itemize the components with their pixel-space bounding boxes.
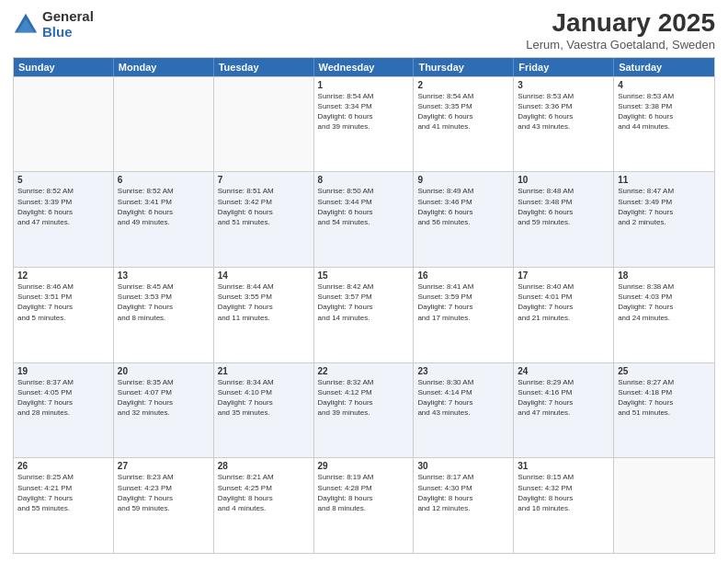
calendar-cell: 29Sunrise: 8:19 AM Sunset: 4:28 PM Dayli…: [314, 458, 415, 553]
day-number: 5: [17, 175, 109, 185]
day-number: 29: [318, 461, 410, 471]
logo-icon: [13, 12, 39, 38]
day-number: 22: [318, 366, 410, 376]
calendar-cell: [614, 458, 714, 553]
day-info: Sunrise: 8:23 AM Sunset: 4:23 PM Dayligh…: [118, 472, 210, 513]
calendar-cell: 22Sunrise: 8:32 AM Sunset: 4:12 PM Dayli…: [314, 363, 415, 458]
day-number: 19: [17, 366, 109, 376]
day-info: Sunrise: 8:37 AM Sunset: 4:05 PM Dayligh…: [17, 377, 109, 419]
day-info: Sunrise: 8:53 AM Sunset: 3:36 PM Dayligh…: [518, 91, 609, 132]
day-number: 24: [518, 366, 609, 376]
calendar-cell: 6Sunrise: 8:52 AM Sunset: 3:41 PM Daylig…: [114, 172, 214, 267]
day-number: 31: [518, 461, 609, 471]
calendar-week-1: 1Sunrise: 8:54 AM Sunset: 3:34 PM Daylig…: [14, 76, 714, 172]
calendar-cell: 15Sunrise: 8:42 AM Sunset: 3:57 PM Dayli…: [314, 268, 415, 362]
title-block: January 2025 Lerum, Vaestra Goetaland, S…: [526, 9, 715, 52]
calendar-cell: 14Sunrise: 8:44 AM Sunset: 3:55 PM Dayli…: [214, 268, 314, 362]
calendar-week-3: 12Sunrise: 8:46 AM Sunset: 3:51 PM Dayli…: [14, 267, 714, 362]
calendar-cell: [114, 77, 214, 172]
day-info: Sunrise: 8:50 AM Sunset: 3:44 PM Dayligh…: [318, 186, 410, 227]
day-number: 20: [118, 366, 210, 376]
calendar-cell: 26Sunrise: 8:25 AM Sunset: 4:21 PM Dayli…: [14, 458, 114, 553]
calendar-cell: 13Sunrise: 8:45 AM Sunset: 3:53 PM Dayli…: [114, 268, 214, 362]
calendar-cell: 5Sunrise: 8:52 AM Sunset: 3:39 PM Daylig…: [14, 172, 114, 267]
day-info: Sunrise: 8:34 AM Sunset: 4:10 PM Dayligh…: [218, 377, 310, 419]
day-info: Sunrise: 8:21 AM Sunset: 4:25 PM Dayligh…: [218, 472, 310, 513]
day-info: Sunrise: 8:45 AM Sunset: 3:53 PM Dayligh…: [118, 282, 210, 323]
day-info: Sunrise: 8:44 AM Sunset: 3:55 PM Dayligh…: [218, 282, 310, 323]
day-info: Sunrise: 8:49 AM Sunset: 3:46 PM Dayligh…: [417, 186, 509, 227]
day-info: Sunrise: 8:52 AM Sunset: 3:41 PM Dayligh…: [118, 186, 210, 227]
day-number: 25: [618, 366, 711, 376]
day-number: 4: [618, 80, 711, 90]
page: General Blue January 2025 Lerum, Vaestra…: [0, 0, 728, 563]
day-number: 27: [118, 461, 210, 471]
day-info: Sunrise: 8:19 AM Sunset: 4:28 PM Dayligh…: [318, 472, 410, 513]
calendar-cell: 21Sunrise: 8:34 AM Sunset: 4:10 PM Dayli…: [214, 363, 314, 458]
logo-text: General Blue: [42, 9, 94, 40]
calendar-cell: 12Sunrise: 8:46 AM Sunset: 3:51 PM Dayli…: [14, 268, 114, 362]
day-info: Sunrise: 8:38 AM Sunset: 4:03 PM Dayligh…: [618, 282, 711, 323]
calendar-week-2: 5Sunrise: 8:52 AM Sunset: 3:39 PM Daylig…: [14, 171, 714, 267]
day-info: Sunrise: 8:42 AM Sunset: 3:57 PM Dayligh…: [318, 282, 410, 323]
day-number: 11: [618, 175, 711, 185]
calendar-cell: 1Sunrise: 8:54 AM Sunset: 3:34 PM Daylig…: [314, 77, 415, 172]
logo: General Blue: [13, 9, 94, 40]
calendar-cell: 17Sunrise: 8:40 AM Sunset: 4:01 PM Dayli…: [514, 268, 614, 362]
logo-general-text: General: [42, 9, 94, 25]
day-number: 18: [618, 270, 711, 281]
day-info: Sunrise: 8:32 AM Sunset: 4:12 PM Dayligh…: [318, 377, 410, 419]
day-number: 2: [417, 80, 509, 90]
calendar-cell: 8Sunrise: 8:50 AM Sunset: 3:44 PM Daylig…: [314, 172, 415, 267]
calendar-cell: 16Sunrise: 8:41 AM Sunset: 3:59 PM Dayli…: [414, 268, 514, 362]
header-monday: Monday: [114, 58, 214, 76]
day-number: 9: [417, 175, 509, 185]
calendar-cell: 31Sunrise: 8:15 AM Sunset: 4:32 PM Dayli…: [514, 458, 614, 553]
calendar-week-5: 26Sunrise: 8:25 AM Sunset: 4:21 PM Dayli…: [14, 457, 714, 553]
day-info: Sunrise: 8:25 AM Sunset: 4:21 PM Dayligh…: [17, 472, 109, 513]
day-info: Sunrise: 8:53 AM Sunset: 3:38 PM Dayligh…: [618, 91, 711, 132]
calendar-cell: 25Sunrise: 8:27 AM Sunset: 4:18 PM Dayli…: [614, 363, 714, 458]
header-sunday: Sunday: [14, 58, 114, 76]
calendar-cell: 3Sunrise: 8:53 AM Sunset: 3:36 PM Daylig…: [514, 77, 614, 172]
calendar-cell: 20Sunrise: 8:35 AM Sunset: 4:07 PM Dayli…: [114, 363, 214, 458]
day-number: 15: [318, 270, 410, 281]
calendar-cell: 18Sunrise: 8:38 AM Sunset: 4:03 PM Dayli…: [614, 268, 714, 362]
calendar-cell: 9Sunrise: 8:49 AM Sunset: 3:46 PM Daylig…: [414, 172, 514, 267]
day-number: 21: [218, 366, 310, 376]
day-number: 17: [518, 270, 609, 281]
day-info: Sunrise: 8:30 AM Sunset: 4:14 PM Dayligh…: [417, 377, 509, 419]
day-number: 16: [417, 270, 509, 281]
calendar: Sunday Monday Tuesday Wednesday Thursday…: [13, 57, 715, 554]
day-info: Sunrise: 8:35 AM Sunset: 4:07 PM Dayligh…: [118, 377, 210, 419]
location-title: Lerum, Vaestra Goetaland, Sweden: [526, 38, 715, 52]
day-info: Sunrise: 8:47 AM Sunset: 3:49 PM Dayligh…: [618, 186, 711, 227]
day-info: Sunrise: 8:17 AM Sunset: 4:30 PM Dayligh…: [417, 472, 509, 513]
day-info: Sunrise: 8:51 AM Sunset: 3:42 PM Dayligh…: [218, 186, 310, 227]
header-wednesday: Wednesday: [314, 58, 415, 76]
header-tuesday: Tuesday: [214, 58, 314, 76]
calendar-cell: 24Sunrise: 8:29 AM Sunset: 4:16 PM Dayli…: [514, 363, 614, 458]
month-title: January 2025: [526, 9, 715, 38]
calendar-cell: 7Sunrise: 8:51 AM Sunset: 3:42 PM Daylig…: [214, 172, 314, 267]
day-number: 6: [118, 175, 210, 185]
calendar-cell: [14, 77, 114, 172]
calendar-cell: 28Sunrise: 8:21 AM Sunset: 4:25 PM Dayli…: [214, 458, 314, 553]
header: General Blue January 2025 Lerum, Vaestra…: [13, 9, 715, 52]
day-number: 12: [17, 270, 109, 281]
day-number: 7: [218, 175, 310, 185]
day-number: 3: [518, 80, 609, 90]
calendar-week-4: 19Sunrise: 8:37 AM Sunset: 4:05 PM Dayli…: [14, 362, 714, 458]
day-number: 14: [218, 270, 310, 281]
day-info: Sunrise: 8:48 AM Sunset: 3:48 PM Dayligh…: [518, 186, 609, 227]
day-number: 10: [518, 175, 609, 185]
day-info: Sunrise: 8:52 AM Sunset: 3:39 PM Dayligh…: [17, 186, 109, 227]
day-number: 28: [218, 461, 310, 471]
day-info: Sunrise: 8:54 AM Sunset: 3:34 PM Dayligh…: [318, 91, 410, 132]
logo-blue-text: Blue: [42, 25, 94, 40]
header-saturday: Saturday: [614, 58, 714, 76]
day-number: 13: [118, 270, 210, 281]
calendar-cell: 4Sunrise: 8:53 AM Sunset: 3:38 PM Daylig…: [614, 77, 714, 172]
day-info: Sunrise: 8:15 AM Sunset: 4:32 PM Dayligh…: [518, 472, 609, 513]
calendar-cell: 19Sunrise: 8:37 AM Sunset: 4:05 PM Dayli…: [14, 363, 114, 458]
